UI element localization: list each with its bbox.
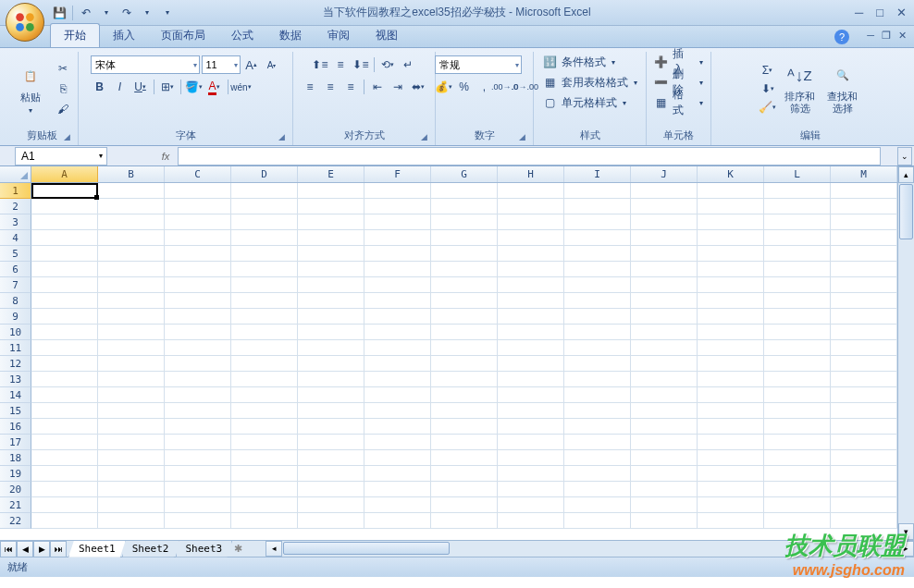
cell[interactable] [431,513,498,528]
cell[interactable] [231,419,298,434]
cell[interactable] [31,183,98,198]
cell[interactable] [831,199,897,214]
cell[interactable] [231,513,298,528]
row-header[interactable]: 19 [0,466,31,482]
cell[interactable] [431,309,498,324]
cell[interactable] [698,372,764,386]
cell[interactable] [631,372,698,386]
cell[interactable] [631,513,698,528]
cell[interactable] [31,214,98,229]
cell[interactable] [298,482,364,496]
cell[interactable] [31,387,98,402]
cell[interactable] [498,435,564,449]
cell[interactable] [564,309,631,324]
cell[interactable] [364,403,431,418]
cell[interactable] [231,340,298,355]
wrap-text-button[interactable]: ↵ [399,55,417,74]
cell[interactable] [165,340,231,355]
cell[interactable] [231,403,298,418]
cell[interactable] [298,497,364,512]
expand-formula-button[interactable]: ⌄ [897,147,912,165]
cell[interactable] [165,419,231,434]
cell[interactable] [165,403,231,418]
cell[interactable] [831,372,897,386]
cell[interactable] [698,340,764,355]
cell[interactable] [298,513,364,528]
qat-customize-icon[interactable]: ▾ [158,4,177,22]
cell[interactable] [364,419,431,434]
cell[interactable] [298,403,364,418]
cell[interactable] [764,325,831,339]
cell[interactable] [364,513,431,528]
cell[interactable] [431,466,498,481]
cell[interactable] [231,309,298,324]
font-size-combo[interactable]: 11▾ [202,55,241,74]
cell[interactable] [764,387,831,402]
cell[interactable] [564,466,631,481]
cell[interactable] [431,340,498,355]
row-header[interactable]: 7 [0,277,31,293]
scroll-track[interactable] [898,240,914,523]
chevron-down-icon[interactable]: ▾ [515,61,519,69]
cell[interactable] [364,466,431,481]
cell[interactable] [231,262,298,276]
cell[interactable] [698,214,764,229]
cell[interactable] [631,450,698,465]
cell[interactable] [631,497,698,512]
cell[interactable] [698,387,764,402]
cell[interactable] [98,183,165,198]
cell[interactable] [31,419,98,434]
cell[interactable] [831,246,897,261]
tab-home[interactable]: 开始 [50,23,100,47]
cell[interactable] [831,277,897,292]
cell[interactable] [165,309,231,324]
align-right-button[interactable]: ≡ [341,78,360,96]
cell[interactable] [98,214,165,229]
cell[interactable] [364,309,431,324]
sheet-nav-first[interactable]: ⏮ [0,541,17,557]
row-header[interactable]: 8 [0,293,31,309]
cell[interactable] [564,513,631,528]
cell[interactable] [564,372,631,386]
cell[interactable] [364,246,431,261]
cell[interactable] [831,482,897,496]
cell[interactable] [764,230,831,245]
cell[interactable] [431,450,498,465]
vertical-scrollbar[interactable]: ▴ ▾ [897,166,914,540]
cell[interactable] [431,293,498,308]
cell[interactable] [431,482,498,496]
column-header[interactable]: C [165,166,231,182]
cell[interactable] [98,450,165,465]
scroll-thumb[interactable] [899,184,913,239]
cell[interactable] [98,262,165,276]
number-dialog-icon[interactable]: ◢ [516,132,527,143]
column-header[interactable]: E [298,166,364,182]
cell[interactable] [364,277,431,292]
column-header[interactable]: A [31,166,98,182]
mdi-restore[interactable]: ❐ [882,30,891,42]
cell[interactable] [764,466,831,481]
cell[interactable] [298,293,364,308]
cell[interactable] [231,435,298,449]
tab-insert[interactable]: 插入 [100,24,148,47]
cell[interactable] [298,356,364,371]
cell[interactable] [364,387,431,402]
cell[interactable] [498,450,564,465]
sheet-nav-prev[interactable]: ◀ [17,541,33,557]
scroll-left-button[interactable]: ◂ [266,541,282,557]
chevron-down-icon[interactable]: ▾ [234,61,238,69]
cell[interactable] [165,435,231,449]
cell[interactable] [431,372,498,386]
cell[interactable] [498,183,564,198]
cell[interactable] [831,466,897,481]
align-left-button[interactable]: ≡ [301,78,319,96]
cell[interactable] [698,277,764,292]
cell[interactable] [98,309,165,324]
cell[interactable] [31,482,98,496]
cell[interactable] [231,277,298,292]
column-header[interactable]: D [231,166,298,182]
column-header[interactable]: M [831,166,897,182]
font-color-button[interactable]: A▾ [205,78,224,96]
maximize-button[interactable]: □ [876,6,883,19]
row-header[interactable]: 21 [0,497,31,513]
